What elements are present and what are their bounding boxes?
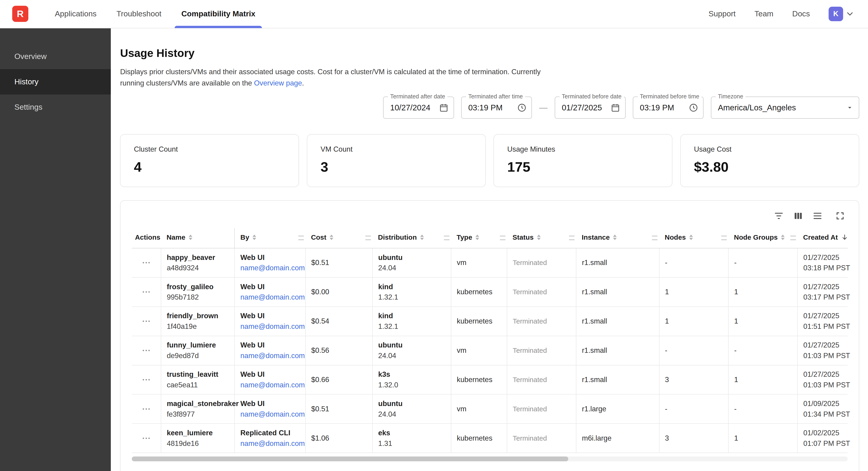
created-date: 01/27/2025 [803, 311, 843, 321]
column-header-distribution[interactable]: Distribution [372, 228, 451, 248]
column-header-type[interactable]: Type [451, 228, 507, 248]
columns-icon[interactable] [793, 211, 804, 221]
row-actions-button[interactable]: ••• [142, 433, 152, 443]
column-header-actions: Actions [132, 228, 161, 248]
avatar[interactable]: K [829, 7, 843, 21]
topnav-item-applications[interactable]: Applications [45, 0, 107, 28]
column-header-created-at[interactable]: Created At [798, 228, 847, 248]
stat-label: Usage Minutes [507, 145, 659, 153]
created-date: 01/27/2025 [803, 282, 843, 292]
cluster-id: de9ed87d [167, 351, 230, 361]
column-header-content: Nodes [665, 233, 724, 241]
created-time: 01:34 PM PST [803, 409, 843, 420]
cell-created-at: 01/09/202501:34 PM PST [798, 394, 847, 423]
density-icon[interactable] [812, 211, 823, 221]
sort-down-arrow [475, 238, 479, 240]
created-by: Web UI [240, 282, 301, 292]
distribution-version: 1.31 [378, 438, 446, 449]
created-by-email-link[interactable]: name@domain.com [240, 321, 305, 332]
status-badge: Terminated [513, 317, 547, 325]
row-actions-button[interactable]: ••• [142, 404, 152, 414]
column-header-name[interactable]: Name [161, 228, 235, 248]
column-resize-handle[interactable] [790, 236, 796, 240]
cell-nodes: - [659, 336, 728, 365]
column-header-cost[interactable]: Cost [306, 228, 372, 248]
created-by-email-link[interactable]: name@domain.com [240, 409, 305, 420]
created-by: Replicated CLI [240, 428, 301, 438]
body-row: OverviewHistorySettings Usage History Di… [0, 28, 868, 471]
cell-cost: $0.66 [306, 365, 372, 394]
terminated-after-time-field[interactable]: Terminated after time 03:19 PM [461, 96, 532, 119]
column-header-content: Cost [311, 233, 368, 241]
created-time: 03:17 PM PST [803, 292, 843, 302]
timezone-select[interactable]: Timezone America/Los_Angeles [711, 96, 859, 119]
cell-created-at: 01/27/202503:17 PM PST [798, 277, 847, 307]
column-resize-handle[interactable] [500, 236, 505, 240]
terminated-before-date-value: 01/27/2025 [562, 103, 602, 112]
sidebar-item-history[interactable]: History [0, 69, 111, 94]
cell-type: kubernetes [451, 423, 507, 453]
terminated-before-time-field[interactable]: Terminated before time 03:19 PM [633, 96, 704, 119]
calendar-icon[interactable] [606, 103, 620, 113]
row-actions-button[interactable]: ••• [142, 345, 152, 356]
created-by-email-link[interactable]: name@domain.com [240, 438, 305, 449]
created-by-email-link[interactable]: name@domain.com [240, 380, 305, 390]
column-header-node-groups[interactable]: Node Groups [728, 228, 798, 248]
topnav-link-team[interactable]: Team [754, 9, 773, 18]
sidebar-item-settings[interactable]: Settings [0, 94, 111, 120]
main-content: Usage History Displays prior clusters/VM… [111, 28, 868, 471]
overview-page-link[interactable]: Overview page [254, 79, 302, 87]
table-body: •••happy_beavera48d9324Web UIname@domain… [132, 248, 848, 453]
topnav-link-docs[interactable]: Docs [792, 9, 810, 18]
sort-down-arrow [689, 238, 693, 240]
created-by-email-link[interactable]: name@domain.com [240, 292, 305, 302]
row-actions-button[interactable]: ••• [142, 375, 152, 385]
column-resize-handle[interactable] [721, 236, 727, 240]
column-resize-handle[interactable] [569, 236, 575, 240]
stat-label: VM Count [321, 145, 472, 153]
topnav-item-compatibility-matrix[interactable]: Compatibility Matrix [172, 0, 266, 28]
replicated-logo[interactable]: R [12, 6, 28, 22]
created-by-email-link[interactable]: name@domain.com [240, 351, 305, 361]
column-resize-handle[interactable] [298, 236, 304, 240]
column-header-status[interactable]: Status [507, 228, 576, 248]
date-range-separator: — [539, 103, 548, 113]
topnav-link-support[interactable]: Support [709, 9, 736, 18]
created-date: 01/27/2025 [803, 340, 843, 351]
clock-icon[interactable] [684, 103, 698, 113]
calendar-icon[interactable] [435, 103, 448, 113]
sort-icon [330, 235, 333, 240]
sidebar-item-overview[interactable]: Overview [0, 44, 111, 69]
sort-descending-icon [841, 234, 848, 241]
terminated-before-time-value: 03:19 PM [640, 103, 674, 112]
row-actions-button[interactable]: ••• [142, 316, 152, 326]
column-label: Type [457, 233, 472, 241]
user-menu[interactable]: K [829, 7, 855, 21]
filter-icon[interactable] [774, 211, 784, 221]
column-header-content: Node Groups [734, 233, 793, 241]
row-actions-button[interactable]: ••• [142, 287, 152, 297]
page-description: Displays prior clusters/VMs and their as… [120, 66, 553, 89]
horizontal-scrollbar-thumb[interactable] [132, 457, 568, 462]
column-header-nodes[interactable]: Nodes [659, 228, 728, 248]
created-time: 03:18 PM PST [803, 263, 843, 273]
cell-type: kubernetes [451, 307, 507, 336]
stat-card-cluster-count: Cluster Count4 [120, 134, 299, 187]
terminated-before-date-field[interactable]: Terminated before date 01/27/2025 [555, 96, 626, 119]
created-by-email-link[interactable]: name@domain.com [240, 263, 305, 273]
cell-node-groups: - [728, 394, 798, 423]
topnav-item-troubleshoot[interactable]: Troubleshoot [106, 0, 172, 28]
column-resize-handle[interactable] [652, 236, 657, 240]
column-header-by[interactable]: By [235, 228, 306, 248]
column-resize-handle[interactable] [444, 236, 450, 240]
cell-instance: r1.small [576, 248, 659, 277]
created-time: 01:07 PM PST [803, 438, 843, 449]
pagination: Page [1] of 1 Previous Next [132, 461, 848, 471]
table-toolbar [132, 209, 848, 228]
row-actions-button[interactable]: ••• [142, 258, 152, 268]
clock-icon[interactable] [513, 103, 527, 113]
column-header-instance[interactable]: Instance [576, 228, 659, 248]
fullscreen-icon[interactable] [835, 211, 845, 221]
terminated-after-date-field[interactable]: Terminated after date 10/27/2024 [383, 96, 454, 119]
column-resize-handle[interactable] [365, 236, 371, 240]
